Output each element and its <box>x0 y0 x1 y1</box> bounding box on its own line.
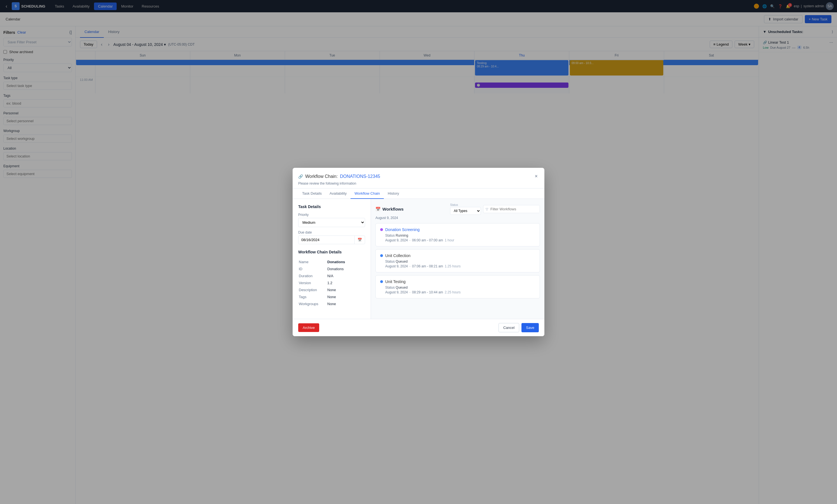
filter-workflows-input[interactable] <box>491 205 540 213</box>
footer-right: Cancel Save <box>499 323 539 332</box>
modal-title: 🔗 Workflow Chain: DONATIONS-12345 × <box>298 172 539 180</box>
wf-field-name: Name Donations <box>299 259 364 265</box>
workflow-details-2: Status Queued August 9, 2024 · 07:06 am … <box>380 259 535 268</box>
priority-field: Priority Medium <box>298 213 365 227</box>
save-button[interactable]: Save <box>521 323 539 332</box>
workflow-name-donation-screening[interactable]: Donation Screening <box>385 228 420 232</box>
priority-field-select[interactable]: Medium <box>298 218 365 227</box>
wf-field-duration-label: Duration <box>299 273 327 279</box>
due-date-field-label: Due date <box>298 231 365 234</box>
wf-field-id-label: ID <box>299 266 327 272</box>
priority-field-label: Priority <box>298 213 365 217</box>
due-date-field: Due date 📅 <box>298 231 365 244</box>
donations-link[interactable]: DONATIONS-12345 <box>340 174 380 179</box>
wf-field-version: Version 1.2 <box>299 280 364 286</box>
workflow-item-3-header: Unit Testing <box>380 280 535 284</box>
workflow-status-2: Status Queued <box>385 259 535 264</box>
filter-icon: ▽ <box>483 205 491 213</box>
wf-field-id: ID Donations <box>299 266 364 272</box>
wf-field-tags-label: Tags <box>299 294 327 300</box>
workflow-status-1: Status Running <box>385 234 535 237</box>
workflow-name-unit-collection: Unit Collection <box>385 253 410 258</box>
workflow-item-2-header: Unit Collection <box>380 253 535 258</box>
workflow-time-2: August 9, 2024 · 07:06 am - 08:21 am 1.2… <box>385 264 535 268</box>
status-filter-select[interactable]: All Types Running Queued Completed <box>450 207 481 215</box>
wf-field-workgroups-value: None <box>327 301 364 307</box>
workflow-status-value-1: Running <box>395 234 408 237</box>
calendar-icon[interactable]: 📅 <box>354 236 365 244</box>
modal-tabs: Task Details Availability Workflow Chain… <box>292 188 545 199</box>
wf-field-duration-value: N/A <box>327 273 364 279</box>
wf-chain-details-table: Name Donations ID Donations Duration N/A <box>298 258 365 308</box>
wf-chain-details-title: Workflow Chain Details <box>298 250 365 254</box>
modal-tab-history[interactable]: History <box>384 188 403 199</box>
wf-field-name-value: Donations <box>327 259 364 265</box>
modal-tab-task-details[interactable]: Task Details <box>298 188 326 199</box>
calendar-icon-sm: 📅 <box>375 207 381 212</box>
wf-field-tags: Tags None <box>299 294 364 300</box>
task-details-section-title: Task Details <box>298 204 365 209</box>
workflow-item-donation-screening: Donation Screening Status Running August… <box>375 223 540 247</box>
due-date-input[interactable] <box>299 236 354 244</box>
status-filter: Status All Types Running Queued Complete… <box>450 203 481 215</box>
workflow-details-1: Status Running August 9, 2024 · 06:00 am… <box>380 234 535 242</box>
workflow-status-value-3: Queued <box>395 286 408 289</box>
chain-icon: 🔗 <box>298 174 303 179</box>
workflow-time-3: August 9, 2024 · 08:29 am - 10:44 am 2.2… <box>385 290 535 294</box>
due-date-input-wrapper: 📅 <box>298 235 365 244</box>
workflow-name-unit-testing: Unit Testing <box>385 280 406 284</box>
wf-field-duration: Duration N/A <box>299 273 364 279</box>
wf-field-tags-value: None <box>327 294 364 300</box>
modal-overlay[interactable]: 🔗 Workflow Chain: DONATIONS-12345 × Plea… <box>0 0 837 504</box>
wf-field-description-value: None <box>327 287 364 293</box>
wf-field-workgroups-label: Workgroups <box>299 301 327 307</box>
modal-footer: Archive Cancel Save <box>292 319 545 336</box>
modal-subtitle: Please review the following information <box>298 181 539 185</box>
modal-workflows-panel: 📅 Workflows Status All Types Running Que… <box>371 199 545 319</box>
filter-workflows-wrapper: ▽ <box>483 205 540 213</box>
wf-field-workgroups: Workgroups None <box>299 301 364 307</box>
modal-tab-availability[interactable]: Availability <box>326 188 351 199</box>
status-filter-label: Status <box>450 203 481 206</box>
workflow-status-value-2: Queued <box>395 259 408 264</box>
workflow-status-3: Status Queued <box>385 286 535 289</box>
workflows-title: 📅 Workflows <box>375 207 404 212</box>
workflow-time-1: August 9, 2024 · 06:00 am - 07:00 am 1 h… <box>385 238 535 242</box>
workflows-content: 📅 Workflows Status All Types Running Que… <box>371 199 545 306</box>
workflow-details-3: Status Queued August 9, 2024 · 08:29 am … <box>380 286 535 294</box>
wf-field-description-label: Description <box>299 287 327 293</box>
wf-chain-details-section: Workflow Chain Details Name Donations ID… <box>298 250 365 308</box>
modal: 🔗 Workflow Chain: DONATIONS-12345 × Plea… <box>292 168 545 336</box>
modal-left-panel: Task Details Priority Medium Due date 📅 <box>292 199 371 319</box>
workflow-dot-1 <box>380 228 383 231</box>
archive-button[interactable]: Archive <box>298 323 319 332</box>
modal-header: 🔗 Workflow Chain: DONATIONS-12345 × Plea… <box>292 168 545 188</box>
wf-field-version-label: Version <box>299 280 327 286</box>
workflow-dot-2 <box>380 254 383 257</box>
workflows-header: 📅 Workflows Status All Types Running Que… <box>375 203 540 215</box>
wf-field-name-label: Name <box>299 259 327 265</box>
wf-field-id-value: Donations <box>327 266 364 272</box>
modal-close-button[interactable]: × <box>533 172 539 180</box>
workflow-item-unit-testing: Unit Testing Status Queued August 9, 202… <box>375 275 540 299</box>
workflow-item-1-header: Donation Screening <box>380 228 535 232</box>
workflow-dot-3 <box>380 280 383 283</box>
wf-field-description: Description None <box>299 287 364 293</box>
cancel-button[interactable]: Cancel <box>499 323 519 332</box>
task-details-section: Task Details Priority Medium Due date 📅 <box>298 204 365 244</box>
wf-field-version-value: 1.2 <box>327 280 364 286</box>
workflow-item-unit-collection: Unit Collection Status Queued August 9, … <box>375 249 540 272</box>
workflows-filters: Status All Types Running Queued Complete… <box>450 203 540 215</box>
modal-tab-workflow-chain[interactable]: Workflow Chain <box>351 188 384 199</box>
modal-title-left: 🔗 Workflow Chain: DONATIONS-12345 <box>298 174 380 179</box>
modal-body: Task Details Priority Medium Due date 📅 <box>292 199 545 319</box>
workflows-date: August 9, 2024 <box>375 216 540 220</box>
